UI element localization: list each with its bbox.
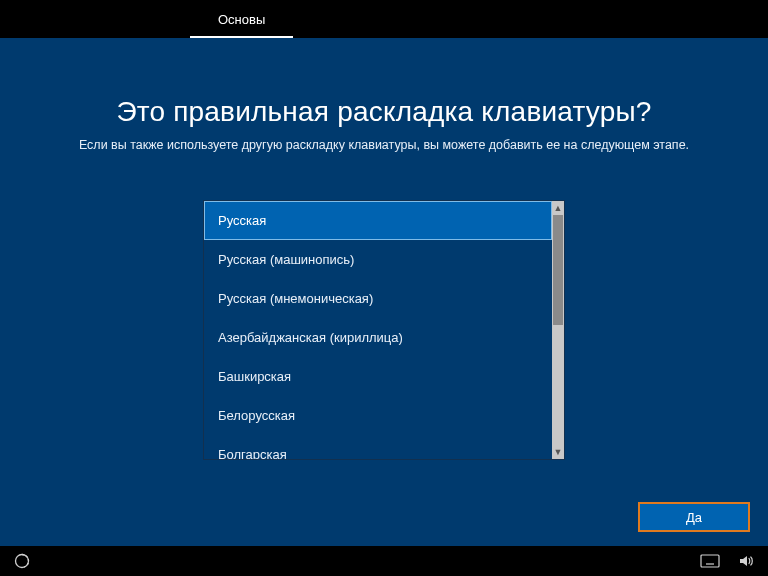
- list-item-label: Башкирская: [218, 369, 291, 384]
- footer-bar: [0, 546, 768, 576]
- list-item[interactable]: Русская (машинопись): [204, 240, 552, 279]
- list-item[interactable]: Русская (мнемоническая): [204, 279, 552, 318]
- tab-bar: Основы: [0, 0, 768, 38]
- scroll-down-icon[interactable]: ▼: [552, 445, 564, 459]
- page-title: Это правильная раскладка клавиатуры?: [116, 96, 651, 128]
- keyboard-layout-list[interactable]: Русская Русская (машинопись) Русская (мн…: [204, 201, 552, 459]
- svg-rect-1: [701, 555, 719, 567]
- volume-icon[interactable]: [738, 553, 754, 569]
- list-item[interactable]: Башкирская: [204, 357, 552, 396]
- list-item-label: Азербайджанская (кириллица): [218, 330, 403, 345]
- list-item-label: Русская (мнемоническая): [218, 291, 373, 306]
- list-item-label: Болгарская: [218, 447, 287, 459]
- scroll-up-icon[interactable]: ▲: [552, 201, 564, 215]
- ease-of-access-icon[interactable]: [14, 553, 30, 569]
- list-item-label: Русская (машинопись): [218, 252, 354, 267]
- oobe-stage: Это правильная раскладка клавиатуры? Есл…: [0, 38, 768, 546]
- scrollbar-thumb[interactable]: [553, 215, 563, 325]
- yes-button-label: Да: [686, 510, 702, 525]
- list-item[interactable]: Азербайджанская (кириллица): [204, 318, 552, 357]
- keyboard-layout-listbox: Русская Русская (машинопись) Русская (мн…: [203, 200, 565, 460]
- list-item-label: Русская: [218, 213, 266, 228]
- tab-basics[interactable]: Основы: [190, 0, 293, 38]
- page-subtitle: Если вы также используете другую расклад…: [79, 138, 689, 152]
- list-item[interactable]: Болгарская: [204, 435, 552, 459]
- list-item[interactable]: Белорусская: [204, 396, 552, 435]
- keyboard-icon[interactable]: [700, 554, 720, 568]
- yes-button[interactable]: Да: [638, 502, 750, 532]
- list-item-label: Белорусская: [218, 408, 295, 423]
- list-item[interactable]: Русская: [204, 201, 552, 240]
- tab-basics-label: Основы: [218, 12, 265, 27]
- scrollbar[interactable]: ▲ ▼: [552, 201, 564, 459]
